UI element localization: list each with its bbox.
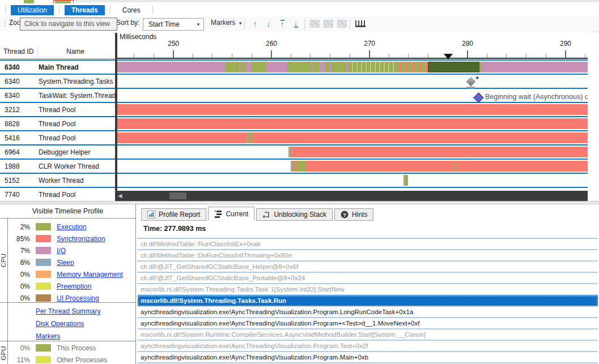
thread-name: Thread Pool <box>34 106 115 114</box>
timeline-segment-sync[interactable] <box>252 132 588 143</box>
timeline-segment-sync[interactable] <box>306 161 455 172</box>
column-divider[interactable] <box>37 46 38 57</box>
timeline-segment-exec[interactable] <box>226 62 239 72</box>
timeline-segment-sync[interactable] <box>115 118 588 129</box>
timeline-segment-exec[interactable] <box>325 62 329 72</box>
timeline-segment-io[interactable] <box>115 62 226 72</box>
timeline-segment-exec[interactable] <box>240 62 246 72</box>
call-stack-list: clr.dll!MethodTable::RunClassInitEx+0xab… <box>138 238 598 363</box>
timeline-segment-exec[interactable] <box>287 62 311 72</box>
legend-link-ui-processing[interactable]: UI Processing <box>57 294 99 302</box>
timeline-segment-exec[interactable] <box>299 161 306 172</box>
thread-row[interactable]: 7740Thread Pool <box>0 187 115 201</box>
timeline-row[interactable] <box>115 116 588 130</box>
tab-threads[interactable]: Threads <box>65 5 105 15</box>
stack-frame[interactable]: clr.dll!MethodTable::RunClassInitEx+0xab <box>138 238 598 250</box>
legend-link-per-thread-summary[interactable]: Per Thread Summary <box>36 307 101 315</box>
move-up-button[interactable]: ↑ <box>249 18 261 29</box>
timeline-segment-io[interactable] <box>481 62 588 72</box>
timeline-segment-sync[interactable] <box>250 104 588 115</box>
legend-link-sleep[interactable]: Sleep <box>57 259 74 267</box>
scrollbar-thumb[interactable] <box>169 192 186 199</box>
stack-frame[interactable]: ayncthreadingvisualization.exe!AyncThrea… <box>138 318 598 329</box>
stack-panel: Profile ReportCurrentUnblocking Stack?Hi… <box>137 204 599 364</box>
tab-utilization[interactable]: Utilization <box>11 5 54 15</box>
timeline-row[interactable] <box>115 173 588 187</box>
thread-row[interactable]: 6340System.Threading.Tasks <box>0 74 115 88</box>
thread-row[interactable]: 6964Debugger Helper <box>0 144 115 159</box>
stack-frame[interactable]: mscorlib.ni.dll!System.Threading.Tasks.T… <box>138 284 598 296</box>
sort-by-value: Start Time <box>148 20 180 28</box>
move-to-bottom-button[interactable]: ↓ <box>290 18 301 29</box>
timeline-row[interactable] <box>115 144 588 159</box>
legend-link-synchronization[interactable]: Synchronization <box>57 235 105 243</box>
timeline-row[interactable] <box>115 159 588 173</box>
timeline-horizontal-scrollbar[interactable]: ◀ <box>115 191 588 201</box>
timeline-segment-sync[interactable] <box>115 132 247 143</box>
timeline-segment-exec[interactable] <box>313 62 319 72</box>
stack-tab-profile-report[interactable]: Profile Report <box>141 208 206 221</box>
stack-tab-current[interactable]: Current <box>208 207 254 221</box>
legend-link-disk-operations[interactable]: Disk Operations <box>36 320 84 328</box>
name-column-header[interactable]: Name <box>39 48 112 55</box>
stack-frame[interactable]: clr.dll!MethodTable::DoRunClassInitThrow… <box>138 250 598 262</box>
stack-frame[interactable]: ayncthreadingvisualization.exe!AyncThrea… <box>138 307 598 318</box>
tab-divider <box>152 6 153 14</box>
timeline-segment-sync[interactable] <box>456 161 588 172</box>
minor-tick <box>330 54 330 58</box>
cpu-strip: CPU <box>0 219 8 302</box>
legend-row: 2%Execution <box>9 221 135 233</box>
timeline-segment-mixStriped[interactable] <box>292 161 299 172</box>
timeline-segment-selection[interactable] <box>428 62 479 72</box>
legend-percent: 6% <box>9 259 30 267</box>
stack-frame[interactable]: clr.dll!@JIT_GetSharedGCStaticBase_Porta… <box>138 273 598 284</box>
thread-row[interactable]: 8828Thread Pool <box>0 116 115 130</box>
thread-row[interactable]: 3212Thread Pool <box>0 102 115 116</box>
timeline-segment-exec[interactable] <box>405 175 408 186</box>
stack-frame[interactable]: mscorlib.ni.dll!System.Runtime.CompilerS… <box>138 329 598 341</box>
timeline-segment-io[interactable] <box>266 62 287 72</box>
timeline-segment-exec[interactable] <box>251 62 266 72</box>
move-down-button[interactable]: ↓ <box>263 18 274 29</box>
thread-list-panel: Thread ID Name 6340Main Thread6340System… <box>0 32 115 201</box>
timeline-left-edge[interactable] <box>115 33 117 191</box>
stack-tab-hints[interactable]: ?Hints <box>334 208 373 221</box>
thread-row[interactable]: 5152Worker Thread <box>0 173 115 187</box>
timeline-segment-sync[interactable] <box>291 147 588 157</box>
ruler-tool-button[interactable] <box>355 18 366 29</box>
timeline-segment-sync[interactable] <box>115 104 250 115</box>
stack-frame[interactable]: clr.dll!@JIT_GetSharedGCStaticBase_Helpe… <box>138 262 598 273</box>
timeline-segment-io[interactable] <box>246 62 251 72</box>
thread-row[interactable]: 6340Main Thread <box>0 59 115 74</box>
thread-row[interactable]: 1988CLR Worker Thread <box>0 159 115 173</box>
thread-row[interactable]: 6340TaskWait: System.Threadin <box>0 88 115 102</box>
legend-link-i-o[interactable]: I/O <box>57 247 66 255</box>
timeline-segment-io[interactable] <box>319 62 325 72</box>
legend-percent: 0% <box>9 344 30 352</box>
tab-cores[interactable]: Cores <box>116 5 147 15</box>
timeline-row[interactable] <box>115 59 588 74</box>
thread-name: Thread Pool <box>34 120 115 128</box>
stack-frame-selected[interactable]: mscorlib.dll!System.Threading.Tasks.Task… <box>138 296 598 307</box>
tab-divider <box>59 6 60 14</box>
markers-dropdown[interactable]: Markers▼ <box>211 19 243 27</box>
move-to-top-button[interactable]: ↑ <box>277 18 288 29</box>
stack-tab-unblocking-stack[interactable]: Unblocking Stack <box>256 208 333 221</box>
timeline-row[interactable] <box>115 74 588 88</box>
scroll-left-arrow-icon[interactable]: ◀ <box>118 191 122 201</box>
stack-frame[interactable]: ayncthreadingvisualization.exe!AyncThrea… <box>138 341 598 352</box>
timeline-row[interactable] <box>115 102 588 116</box>
sort-by-select[interactable]: Start Time ▼ <box>143 18 204 31</box>
stack-frame[interactable]: ayncthreadingvisualization.exe!AyncThrea… <box>138 352 598 363</box>
thread-id-column-header[interactable]: Thread ID <box>3 48 33 55</box>
legend-link-execution[interactable]: Execution <box>57 223 87 231</box>
legend-link-markers[interactable]: Markers <box>36 332 60 340</box>
timeline-segment-execStriped[interactable] <box>349 62 397 72</box>
timeline-segment-exec[interactable] <box>332 62 346 72</box>
legend-link-preemption[interactable]: Preemption <box>57 282 91 290</box>
legend-link-memory-management[interactable]: Memory Management <box>57 271 123 279</box>
timeline-row[interactable] <box>115 130 588 144</box>
timeline-segment-mixStriped[interactable] <box>397 62 428 72</box>
thread-row[interactable]: 5416Thread Pool <box>0 130 115 144</box>
minor-tick <box>212 54 213 58</box>
